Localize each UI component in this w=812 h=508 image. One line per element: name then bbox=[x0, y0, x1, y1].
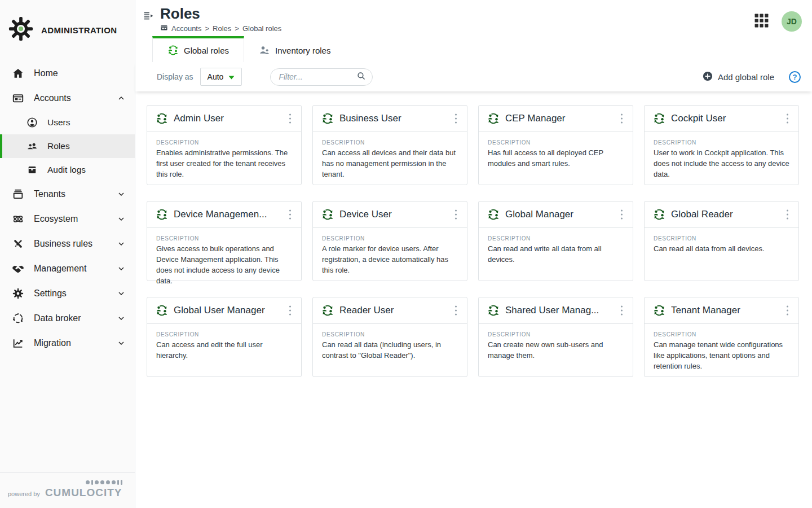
breadcrumb-item[interactable]: Accounts bbox=[171, 24, 201, 33]
kebab-menu-icon[interactable] bbox=[782, 209, 793, 220]
description-label: DESCRIPTION bbox=[156, 139, 292, 146]
sidebar-item-data-broker[interactable]: Data broker bbox=[0, 306, 135, 331]
card-header: Global Reader bbox=[645, 202, 798, 228]
main-area: Roles Accounts > Roles > Global roles JD bbox=[135, 0, 812, 508]
description-label: DESCRIPTION bbox=[322, 235, 458, 242]
cumulocity-wordmark: CUMULOCITY bbox=[45, 487, 122, 499]
chevron-down-icon bbox=[117, 190, 126, 199]
audit-logs-icon bbox=[26, 164, 38, 176]
breadcrumb-separator: > bbox=[235, 24, 239, 33]
kebab-menu-icon[interactable] bbox=[450, 113, 461, 124]
tab-global-roles[interactable]: Global roles bbox=[152, 36, 244, 62]
chevron-down-icon bbox=[117, 289, 126, 298]
role-card: Tenant Manager DESCRIPTION Can manage te… bbox=[644, 297, 799, 377]
role-icon bbox=[321, 112, 334, 125]
card-body: DESCRIPTION Gives access to bulk operati… bbox=[147, 228, 301, 286]
breadcrumb-item[interactable]: Roles bbox=[213, 24, 231, 33]
sidebar-item-roles[interactable]: Roles bbox=[0, 134, 135, 158]
sidebar-item-management[interactable]: Management bbox=[0, 256, 135, 281]
chevron-down-icon bbox=[117, 339, 126, 348]
sidebar-item-label: Settings bbox=[34, 288, 67, 299]
sidebar-item-audit-logs[interactable]: Audit logs bbox=[0, 158, 135, 182]
description-text: A role marker for device users. After re… bbox=[322, 244, 458, 276]
sidebar-item-business-rules[interactable]: Business rules bbox=[0, 231, 135, 256]
card-header: Cockpit User bbox=[645, 106, 798, 132]
kebab-menu-icon[interactable] bbox=[284, 305, 295, 316]
kebab-menu-icon[interactable] bbox=[450, 305, 461, 316]
sidebar-item-label: Accounts bbox=[34, 93, 71, 103]
kebab-menu-icon[interactable] bbox=[616, 113, 627, 124]
page-title: Roles bbox=[160, 6, 281, 22]
sidebar-item-settings[interactable]: Settings bbox=[0, 281, 135, 306]
powered-by-footer: powered by CUMULOCITY bbox=[0, 472, 135, 508]
role-title: Global User Manager bbox=[174, 305, 279, 316]
ecosystem-icon bbox=[11, 213, 25, 225]
user-circle-icon bbox=[26, 117, 38, 128]
card-body: DESCRIPTION Can read all data from all d… bbox=[645, 228, 798, 255]
description-label: DESCRIPTION bbox=[156, 235, 292, 242]
role-title: Tenant Manager bbox=[671, 305, 776, 316]
avatar[interactable]: JD bbox=[782, 11, 802, 32]
add-global-role-button[interactable]: Add global role bbox=[703, 71, 774, 83]
role-title: Admin User bbox=[174, 113, 279, 124]
sidebar-item-accounts[interactable]: Accounts bbox=[0, 86, 135, 111]
kebab-menu-icon[interactable] bbox=[616, 209, 627, 220]
breadcrumb-accounts-icon bbox=[160, 24, 168, 33]
kebab-menu-icon[interactable] bbox=[284, 209, 295, 220]
role-card: Global User Manager DESCRIPTION Can acce… bbox=[147, 297, 302, 377]
app-switcher-icon[interactable] bbox=[754, 13, 769, 30]
description-label: DESCRIPTION bbox=[654, 235, 789, 242]
kebab-menu-icon[interactable] bbox=[782, 113, 793, 124]
card-header: Shared User Manag... bbox=[479, 297, 633, 324]
card-header: Business User bbox=[313, 106, 467, 132]
sidebar-item-ecosystem[interactable]: Ecosystem bbox=[0, 207, 135, 231]
role-title: Global Manager bbox=[505, 209, 610, 220]
tab-bar: Global roles Inventory roles bbox=[135, 36, 812, 62]
tab-inventory-roles[interactable]: Inventory roles bbox=[244, 36, 345, 62]
sidebar-item-tenants[interactable]: Tenants bbox=[0, 182, 135, 207]
help-icon[interactable]: ? bbox=[789, 71, 801, 83]
sidebar-item-label: Ecosystem bbox=[34, 214, 78, 224]
home-icon bbox=[11, 67, 25, 80]
sidebar-item-users[interactable]: Users bbox=[0, 111, 135, 134]
kebab-menu-icon[interactable] bbox=[782, 305, 793, 316]
role-icon bbox=[487, 208, 500, 221]
role-card: Business User DESCRIPTION Can access all… bbox=[312, 105, 467, 185]
header-actions: JD bbox=[754, 7, 802, 36]
sidebar-item-label: Roles bbox=[47, 141, 70, 151]
caret-down-icon bbox=[228, 72, 235, 81]
role-icon bbox=[321, 304, 334, 317]
card-header: Device User bbox=[313, 202, 467, 228]
role-title: Device Managemen... bbox=[174, 209, 279, 220]
nav-toggle-icon[interactable] bbox=[142, 10, 155, 36]
kebab-menu-icon[interactable] bbox=[284, 113, 295, 124]
filter-input[interactable] bbox=[279, 72, 356, 81]
sidebar-item-home[interactable]: Home bbox=[0, 61, 135, 86]
chevron-up-icon bbox=[117, 94, 126, 103]
data-broker-icon bbox=[11, 312, 25, 325]
sidebar-item-label: Audit logs bbox=[47, 165, 86, 175]
sidebar-nav: Home Accounts Users Roles bbox=[0, 61, 135, 472]
kebab-menu-icon[interactable] bbox=[616, 305, 627, 316]
display-as-value: Auto bbox=[208, 72, 224, 81]
breadcrumb-item[interactable]: Global roles bbox=[242, 24, 281, 33]
role-title: Business User bbox=[339, 113, 444, 124]
role-card: Admin User DESCRIPTION Enables administr… bbox=[147, 105, 302, 185]
description-text: Can read all data from all devices. bbox=[654, 244, 789, 255]
role-icon bbox=[487, 112, 500, 125]
display-as-select[interactable]: Auto bbox=[200, 68, 242, 86]
accounts-icon bbox=[11, 92, 25, 104]
role-card: Shared User Manag... DESCRIPTION Can cre… bbox=[478, 297, 633, 377]
description-label: DESCRIPTION bbox=[156, 331, 292, 338]
description-text: User to work in Cockpit application. Thi… bbox=[654, 148, 789, 180]
sidebar-item-migration[interactable]: Migration bbox=[0, 331, 135, 356]
kebab-menu-icon[interactable] bbox=[450, 209, 461, 220]
description-label: DESCRIPTION bbox=[654, 331, 789, 338]
sidebar-item-label: Management bbox=[34, 264, 86, 274]
description-text: Can manage tenant wide configurations li… bbox=[654, 340, 789, 372]
business-rules-icon bbox=[11, 238, 25, 250]
role-card: Cockpit User DESCRIPTION User to work in… bbox=[644, 105, 799, 185]
description-text: Enables administrative permissions. The … bbox=[156, 148, 292, 180]
role-card: Device Managemen... DESCRIPTION Gives ac… bbox=[147, 201, 302, 281]
role-icon bbox=[156, 112, 168, 125]
